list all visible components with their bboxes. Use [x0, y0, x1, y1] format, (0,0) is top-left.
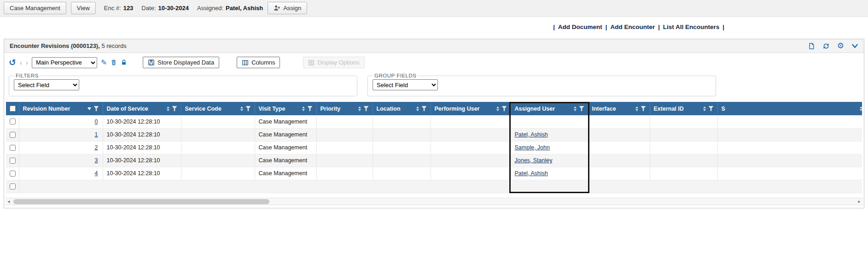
- separator: |: [606, 24, 607, 30]
- row-checkbox[interactable]: [10, 132, 16, 138]
- cell-s: [717, 167, 862, 180]
- column-label: Date of Service: [107, 106, 148, 112]
- new-document-icon[interactable]: [808, 42, 815, 50]
- column-header-visit-type[interactable]: Visit Type: [255, 102, 316, 115]
- revision-link[interactable]: 2: [95, 144, 98, 151]
- column-label: Location: [377, 106, 401, 112]
- cell-external-id: [650, 167, 717, 180]
- panel-title: Encounter Revisions (0000123), 5 records: [10, 42, 127, 49]
- column-header-location[interactable]: Location: [373, 102, 431, 115]
- scroll-right-arrow[interactable]: ►: [856, 198, 863, 205]
- row-checkbox[interactable]: [10, 183, 16, 189]
- sort-icon[interactable]: [635, 106, 638, 111]
- assigned-user-link[interactable]: Sample, John: [515, 144, 550, 151]
- filter-icon[interactable]: [579, 106, 584, 111]
- filters-select[interactable]: Select Field: [14, 79, 79, 90]
- sort-icon[interactable]: [496, 106, 499, 111]
- trash-icon[interactable]: [111, 59, 117, 66]
- filter-icon[interactable]: [94, 106, 99, 111]
- column-header-priority[interactable]: Priority: [316, 102, 373, 115]
- store-displayed-data-button[interactable]: Store Displayed Data: [143, 57, 219, 68]
- sort-icon[interactable]: [167, 106, 169, 111]
- revision-link[interactable]: 3: [95, 157, 98, 164]
- column-header-date-of-service[interactable]: Date of Service: [103, 102, 181, 115]
- assigned-user-link[interactable]: Patel, Ashish: [515, 131, 548, 138]
- column-header-external-id[interactable]: External ID: [650, 102, 717, 115]
- filter-icon[interactable]: [709, 106, 714, 111]
- scrollbar-thumb[interactable]: [13, 199, 269, 204]
- list-all-encounters-link[interactable]: List All Encounters: [663, 24, 720, 30]
- cell-performing-user: [431, 128, 511, 141]
- assigned-user-link[interactable]: Patel, Ashish: [515, 170, 548, 177]
- row-checkbox[interactable]: [10, 158, 16, 164]
- encounter-number-field: Enc #: 123: [104, 5, 134, 12]
- lock-icon[interactable]: [121, 59, 127, 66]
- sort-icon[interactable]: [358, 106, 361, 111]
- scroll-left-arrow[interactable]: ◄: [5, 198, 12, 205]
- undo-icon[interactable]: ↺: [9, 58, 16, 67]
- column-header-assigned-user[interactable]: Assigned User: [511, 102, 588, 115]
- column-label: S: [722, 106, 725, 112]
- sort-icon[interactable]: [302, 106, 305, 111]
- filter-icon[interactable]: [172, 106, 177, 111]
- assigned-value: Patel, Ashish: [226, 5, 263, 12]
- revision-link[interactable]: 4: [95, 170, 98, 177]
- row-checkbox-cell: [6, 180, 19, 193]
- row-checkbox[interactable]: [10, 171, 16, 177]
- quick-links-bar: | Add Document | Add Encounter | List Al…: [0, 19, 868, 34]
- sort-icon[interactable]: [416, 106, 419, 111]
- sort-icon[interactable]: [703, 106, 706, 111]
- row-checkbox[interactable]: [10, 118, 16, 124]
- assigned-field: Assigned: Patel, Ashish: [197, 5, 263, 12]
- cell-s: [717, 141, 862, 154]
- column-header-s[interactable]: S: [717, 102, 862, 115]
- columns-button[interactable]: Columns: [237, 57, 280, 68]
- column-header-performing-user[interactable]: Performing User: [431, 102, 511, 115]
- add-document-link[interactable]: Add Document: [558, 24, 602, 30]
- cell-location: [373, 128, 431, 141]
- sort-icon[interactable]: [240, 106, 243, 111]
- sort-icon[interactable]: [860, 106, 862, 111]
- assign-label: Assign: [283, 5, 301, 12]
- add-encounter-link[interactable]: Add Encounter: [610, 24, 655, 30]
- filter-icon[interactable]: [364, 106, 369, 111]
- revision-link[interactable]: 1: [95, 131, 98, 138]
- gear-icon[interactable]: ⚙: [837, 42, 844, 50]
- revision-link[interactable]: 0: [95, 118, 98, 125]
- cell-revision: 3: [19, 154, 103, 167]
- next-icon: ›: [26, 59, 28, 66]
- view-button[interactable]: View: [71, 2, 96, 14]
- cell-location: [373, 167, 431, 180]
- sort-icon[interactable]: [87, 107, 91, 110]
- select-all-checkbox[interactable]: [10, 106, 16, 112]
- horizontal-scrollbar[interactable]: ◄ ►: [5, 198, 863, 205]
- column-header-interface[interactable]: Interface: [588, 102, 650, 115]
- filter-icon[interactable]: [308, 106, 313, 111]
- filter-icon[interactable]: [641, 106, 646, 111]
- display-options-button: Display Options: [303, 57, 364, 68]
- case-management-button[interactable]: Case Management: [4, 2, 66, 14]
- column-header-revision-number[interactable]: Revision Number: [19, 102, 103, 115]
- cell-interface: [588, 167, 650, 180]
- row-checkbox[interactable]: [10, 145, 16, 151]
- table-row: 110-30-2024 12:28:10Case ManagementPatel…: [6, 128, 862, 141]
- filter-icon[interactable]: [502, 106, 507, 111]
- filter-icon[interactable]: [246, 106, 251, 111]
- edit-pencil-icon[interactable]: ✎: [101, 59, 107, 66]
- refresh-icon[interactable]: [822, 42, 830, 50]
- column-header-service-code[interactable]: Service Code: [181, 102, 255, 115]
- cell-date: 10-30-2024 12:28:10: [103, 128, 181, 141]
- perspective-select[interactable]: Main Perspective: [32, 57, 97, 68]
- assigned-user-link[interactable]: Jones, Stanley: [515, 157, 553, 164]
- sort-icon[interactable]: [574, 106, 577, 111]
- column-label: Visit Type: [259, 106, 285, 112]
- group-fields-select[interactable]: Select Field: [373, 79, 438, 90]
- chevron-down-icon[interactable]: [851, 43, 858, 49]
- column-label: Priority: [320, 106, 341, 112]
- assign-button[interactable]: Assign: [268, 2, 307, 14]
- cell-priority: [316, 115, 373, 128]
- filter-icon[interactable]: [422, 106, 427, 111]
- cell-interface: [588, 154, 650, 167]
- assigned-label: Assigned:: [197, 5, 223, 12]
- cell-assigned-user: Patel, Ashish: [511, 167, 588, 180]
